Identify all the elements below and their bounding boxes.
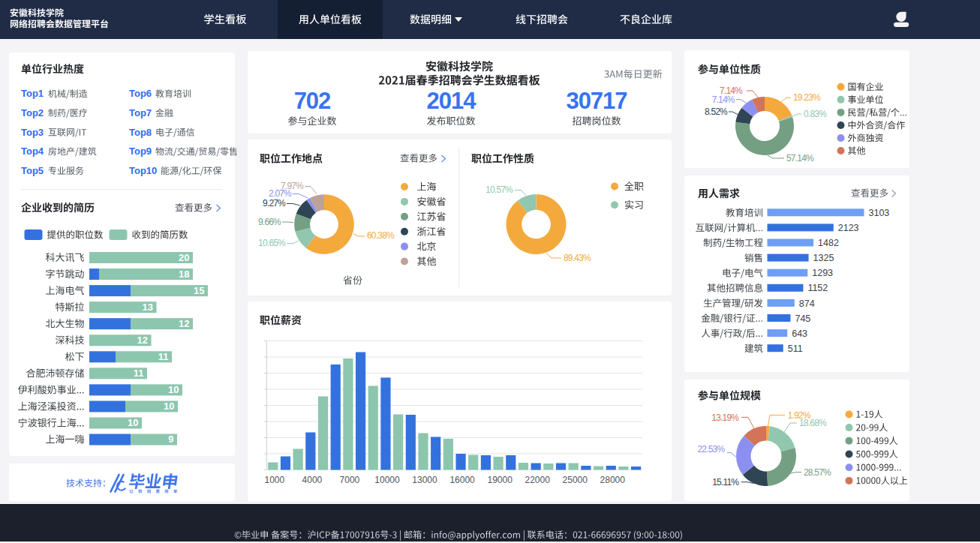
svg-text:25000: 25000 xyxy=(563,475,588,485)
svg-text:19000: 19000 xyxy=(487,475,513,485)
svg-text:16000: 16000 xyxy=(449,475,475,485)
svg-text:20: 20 xyxy=(179,252,189,263)
svg-text:8.52%: 8.52% xyxy=(705,106,728,117)
svg-text:643: 643 xyxy=(792,328,807,339)
svg-text:1325: 1325 xyxy=(813,253,834,263)
svg-text:874: 874 xyxy=(799,298,815,309)
svg-text:10000: 10000 xyxy=(374,475,400,485)
svg-text:7.97%: 7.97% xyxy=(281,181,304,191)
svg-text:10: 10 xyxy=(168,384,179,395)
svg-text:Top3: Top3 xyxy=(21,127,44,138)
svg-text:Top9: Top9 xyxy=(129,146,152,157)
svg-text:10.65%: 10.65% xyxy=(258,238,286,248)
svg-text:13.19%: 13.19% xyxy=(711,412,739,423)
svg-text:30717: 30717 xyxy=(566,88,627,114)
svg-text:19.23%: 19.23% xyxy=(793,92,821,103)
svg-text:9.66%: 9.66% xyxy=(258,217,281,227)
svg-text:22000: 22000 xyxy=(525,475,551,485)
svg-text:9.27%: 9.27% xyxy=(263,198,286,208)
svg-text:7.14%: 7.14% xyxy=(720,86,743,96)
svg-text:Top10: Top10 xyxy=(129,165,157,176)
svg-text:Top8: Top8 xyxy=(129,127,152,138)
svg-text:4000: 4000 xyxy=(302,475,323,485)
svg-text:7000: 7000 xyxy=(340,475,360,485)
svg-text:13000: 13000 xyxy=(412,475,437,485)
svg-text:11: 11 xyxy=(158,351,169,362)
svg-text:1482: 1482 xyxy=(818,238,839,248)
svg-text:511: 511 xyxy=(788,344,803,354)
svg-text:1152: 1152 xyxy=(807,283,828,293)
svg-text:11: 11 xyxy=(134,368,144,379)
svg-text:12: 12 xyxy=(179,318,189,329)
svg-text:13: 13 xyxy=(143,302,153,313)
svg-text:0.83%: 0.83% xyxy=(804,109,827,119)
svg-text:Top6: Top6 xyxy=(129,88,152,99)
svg-text:89.43%: 89.43% xyxy=(564,253,591,263)
svg-text:60.38%: 60.38% xyxy=(367,230,395,241)
svg-text:2014: 2014 xyxy=(427,88,477,114)
svg-text:1293: 1293 xyxy=(812,268,833,278)
svg-text:745: 745 xyxy=(795,314,810,324)
svg-text:28.57%: 28.57% xyxy=(804,467,831,478)
svg-text:10: 10 xyxy=(164,400,174,412)
svg-text:Top2: Top2 xyxy=(21,107,44,118)
svg-text:Top4: Top4 xyxy=(21,146,44,157)
svg-text:28000: 28000 xyxy=(600,475,626,485)
svg-text:10: 10 xyxy=(128,417,138,428)
svg-text:18.68%: 18.68% xyxy=(799,418,827,428)
svg-text:1000: 1000 xyxy=(264,475,284,485)
svg-text:22.53%: 22.53% xyxy=(697,444,725,454)
svg-text:10.57%: 10.57% xyxy=(485,184,513,195)
svg-text:15: 15 xyxy=(194,285,204,296)
svg-text:9: 9 xyxy=(168,434,173,445)
svg-text:18: 18 xyxy=(179,268,189,280)
svg-text:15.11%: 15.11% xyxy=(712,477,739,488)
svg-text:702: 702 xyxy=(294,88,331,114)
svg-text:2123: 2123 xyxy=(838,223,859,233)
svg-text:Top7: Top7 xyxy=(129,107,152,118)
svg-text:57.14%: 57.14% xyxy=(786,153,814,164)
svg-text:3103: 3103 xyxy=(869,208,890,218)
svg-text:Top1: Top1 xyxy=(21,88,44,99)
svg-text:12: 12 xyxy=(137,334,148,346)
svg-text:Top5: Top5 xyxy=(21,165,44,176)
